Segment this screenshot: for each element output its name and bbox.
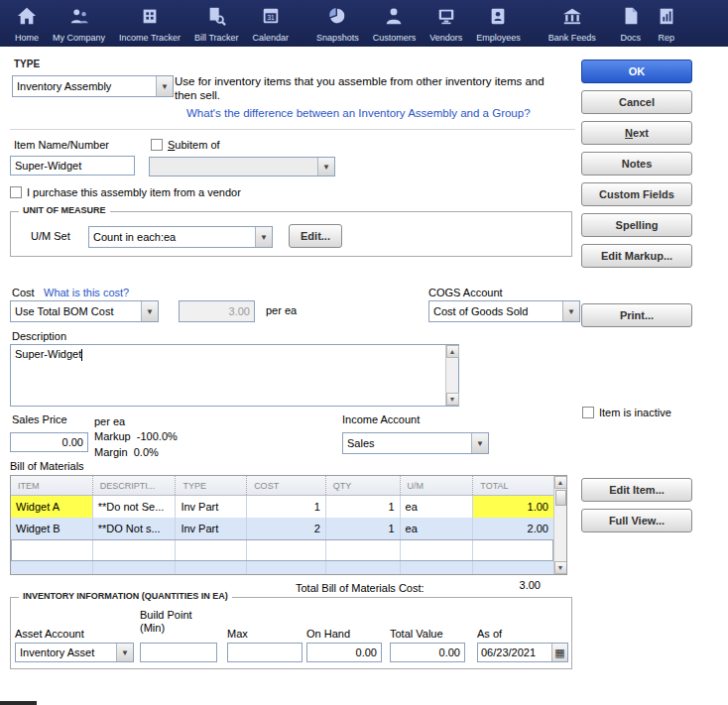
item-name-input[interactable] [10,156,135,176]
cancel-button[interactable]: Cancel [581,90,692,114]
bom-cell-um[interactable] [400,539,473,561]
scroll-down-icon[interactable]: ▼ [446,393,459,406]
toolbar-item-bill-tracker[interactable]: Bill Tracker [187,0,246,47]
bom-cell-qty[interactable] [325,561,400,575]
next-button[interactable]: Next [581,121,692,145]
purchase-from-vendor-checkbox[interactable] [10,186,22,198]
toolbar-item-employees[interactable]: Employees [469,0,528,47]
bom-cell-description[interactable]: **Do not Se... [92,496,176,518]
scroll-up-icon[interactable]: ▲ [554,476,567,489]
edit-item-button[interactable]: Edit Item... [581,478,692,502]
cogs-account-label: COGS Account [428,287,503,298]
toolbar-item-bank-feeds[interactable]: Bank Feeds [542,0,603,47]
as-of-date-field[interactable]: 06/23/2021 ▦ [477,643,568,662]
max-input[interactable] [227,643,303,662]
toolbar-item-my-company[interactable]: My Company [46,0,112,47]
toolbar-item-vendors[interactable]: Vendors [423,0,469,47]
chevron-down-icon[interactable]: ▼ [116,644,133,661]
calendar-picker-icon[interactable]: ▦ [551,644,567,661]
chevron-down-icon[interactable]: ▼ [317,158,334,176]
sales-price-input[interactable] [10,432,88,452]
chevron-down-icon[interactable]: ▼ [471,433,488,453]
cogs-account-select[interactable]: Cost of Goods Sold ▼ [428,300,580,322]
income-account-select[interactable]: Sales ▼ [342,432,489,454]
scroll-down-icon[interactable]: ▼ [554,561,567,574]
bom-cell-um[interactable]: ea [400,496,473,518]
toolbar-item-income-tracker[interactable]: Income Tracker [112,0,187,47]
bom-cell-item[interactable] [11,539,92,561]
notes-button[interactable]: Notes [581,152,692,176]
bom-cell-qty[interactable]: 1 [325,496,400,518]
chevron-down-icon[interactable]: ▼ [255,227,272,247]
bom-cell-item[interactable]: Widget B [11,518,92,539]
description-textarea[interactable]: Super-Widget ▲ ▼ [10,344,459,407]
bom-cell-description[interactable]: **DO Not s... [92,518,176,539]
on-hand-input[interactable] [306,643,382,662]
bom-cell-item[interactable] [11,561,92,575]
bom-cell-cost[interactable] [246,539,325,561]
snapshots-icon [326,4,348,27]
build-point-input[interactable] [140,643,217,662]
assembly-vs-group-link[interactable]: What's the difference between an Invento… [186,107,531,119]
bom-cell-um[interactable] [400,561,473,575]
bom-header-um[interactable]: U/M [400,476,473,495]
bom-cell-description[interactable] [92,539,176,561]
asset-account-select[interactable]: Inventory Asset ▼ [15,643,134,662]
bom-header-cost[interactable]: COST [246,476,325,495]
toolbar-item-reports[interactable]: Rep [649,0,684,47]
bom-cell-um[interactable]: ea [400,518,473,539]
bom-cell-qty[interactable]: 1 [325,518,400,539]
table-row-empty-active[interactable] [11,539,553,561]
um-edit-button[interactable]: Edit... [289,224,342,248]
bom-cell-cost[interactable]: 1 [246,496,325,518]
description-scrollbar[interactable]: ▲ ▼ [445,345,458,406]
bom-header-item[interactable]: ITEM [11,476,92,495]
bom-header-type[interactable]: TYPE [175,476,246,495]
cost-help-link[interactable]: What is this cost? [44,287,129,298]
chevron-down-icon[interactable]: ▼ [156,76,173,96]
bom-cell-total[interactable]: 1.00 [472,496,553,518]
edit-markup-button[interactable]: Edit Markup... [581,244,692,268]
bom-cell-cost[interactable]: 2 [246,518,325,539]
chevron-down-icon[interactable]: ▼ [562,301,579,321]
item-inactive-checkbox[interactable] [582,407,594,418]
bom-header-description[interactable]: DESCRIPTI... [92,476,176,495]
full-view-button[interactable]: Full View... [581,509,692,532]
scroll-up-icon[interactable]: ▲ [446,345,459,358]
bom-cell-total[interactable] [472,539,553,561]
total-value-input[interactable] [390,643,465,662]
toolbar-item-customers[interactable]: Customers [366,0,424,47]
table-row-empty[interactable] [11,561,553,575]
custom-fields-button[interactable]: Custom Fields [581,182,692,206]
type-select[interactable]: Inventory Assembly ▼ [12,75,174,97]
bom-cell-type[interactable] [175,561,246,575]
bom-cell-type[interactable] [175,539,246,561]
table-row[interactable]: Widget A **Do not Se... Inv Part 1 1 ea … [11,496,553,518]
cost-method-select[interactable]: Use Total BOM Cost ▼ [10,300,159,322]
chevron-down-icon[interactable]: ▼ [141,301,158,321]
toolbar-item-docs[interactable]: Docs [613,0,649,47]
bom-cell-cost[interactable] [246,561,325,575]
bom-scrollbar[interactable]: ▲ ▼ [553,476,566,574]
um-set-select[interactable]: Count in each:ea ▼ [88,226,273,248]
bom-cell-item[interactable]: Widget A [11,496,92,518]
scrollbar-thumb[interactable] [555,490,566,506]
bom-cell-total[interactable]: 2.00 [472,518,553,539]
bom-cell-total[interactable] [472,561,553,575]
print-button[interactable]: Print... [581,303,692,327]
bom-cell-type[interactable]: Inv Part [175,496,246,518]
toolbar-item-home[interactable]: Home [8,0,46,47]
toolbar-label: Home [15,33,39,43]
bom-cell-type[interactable]: Inv Part [175,518,246,539]
bom-cell-description[interactable] [92,561,176,575]
bom-cell-qty[interactable] [325,539,400,561]
table-row[interactable]: Widget B **DO Not s... Inv Part 2 1 ea 2… [11,518,553,539]
toolbar-item-calendar[interactable]: 31 Calendar [246,0,297,47]
subitem-select[interactable]: ▼ [149,157,335,176]
subitem-checkbox[interactable] [151,139,163,151]
bom-header-qty[interactable]: QTY [325,476,400,495]
ok-button[interactable]: OK [581,59,692,83]
toolbar-item-snapshots[interactable]: Snapshots [309,0,366,47]
spelling-button[interactable]: Spelling [581,213,692,237]
bom-header-total[interactable]: TOTAL [472,476,553,495]
